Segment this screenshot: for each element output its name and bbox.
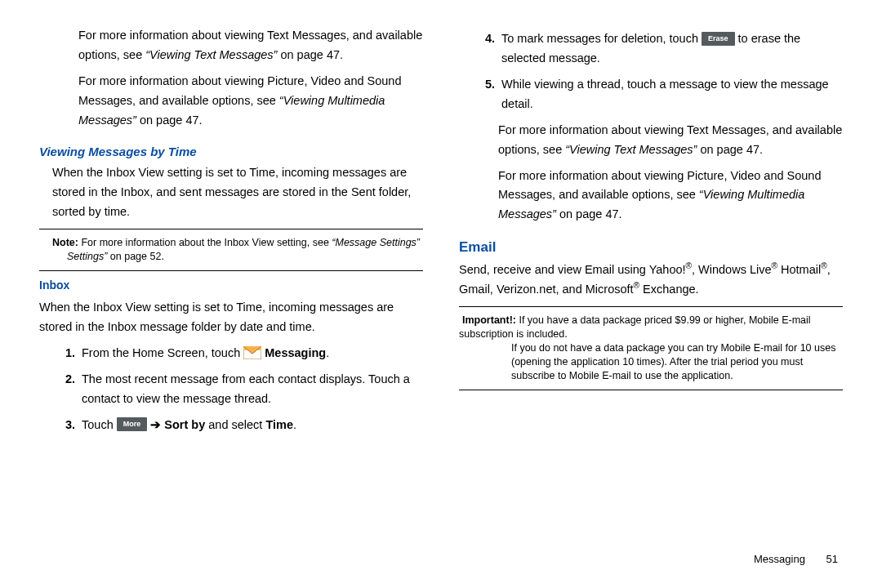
step-2: The most recent message from each contac…	[78, 370, 423, 409]
step-1: From the Home Screen, touch Messaging.	[78, 344, 423, 363]
registered-icon: ®	[686, 262, 692, 271]
page-footer: Messaging 51	[754, 553, 838, 565]
step-4: To mark messages for deletion, touch Era…	[498, 29, 843, 69]
left-column: For more information about viewing Text …	[39, 26, 423, 442]
para-time-desc: When the Inbox View setting is set to Ti…	[39, 163, 423, 222]
heading-email: Email	[459, 236, 843, 259]
heading-inbox: Inbox	[39, 276, 423, 295]
step-3: Touch More ➔ Sort by and select Time.	[78, 416, 423, 435]
heading-viewing-by-time: Viewing Messages by Time	[39, 142, 423, 163]
divider	[39, 270, 423, 271]
footer-page-number: 51	[826, 553, 838, 565]
para-multimedia-info: For more information about viewing Pictu…	[39, 72, 423, 131]
para-multimedia-info-r: For more information about viewing Pictu…	[459, 167, 843, 225]
important-note: Important!: If you have a data package p…	[459, 312, 843, 384]
steps-list: From the Home Screen, touch Messaging. T…	[39, 344, 423, 435]
registered-icon: ®	[772, 262, 777, 271]
steps-list-cont: To mark messages for deletion, touch Era…	[459, 29, 843, 114]
para-email-desc: Send, receive and view Email using Yahoo…	[459, 261, 843, 300]
registered-icon: ®	[821, 262, 826, 271]
messaging-icon	[243, 346, 261, 359]
erase-softkey: Erase	[702, 32, 735, 46]
more-softkey: More	[117, 417, 148, 431]
divider	[459, 306, 843, 307]
footer-section: Messaging	[754, 553, 805, 565]
step-5: While viewing a thread, touch a message …	[498, 75, 843, 114]
divider	[39, 229, 423, 229]
para-text-msg-info-r: For more information about viewing Text …	[459, 121, 843, 160]
para-text-msg-info: For more information about viewing Text …	[39, 26, 423, 65]
registered-icon: ®	[634, 281, 639, 290]
para-inbox-desc: When the Inbox View setting is set to Ti…	[39, 298, 423, 337]
divider	[459, 390, 843, 390]
right-column: To mark messages for deletion, touch Era…	[459, 26, 843, 442]
note-inbox-view: Note: For more information about the Inb…	[39, 234, 423, 265]
arrow-icon: ➔	[150, 418, 161, 431]
